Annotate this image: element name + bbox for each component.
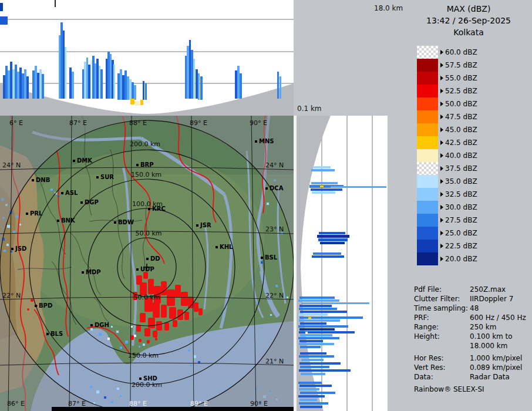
product-datetime: 13:42 / 26-Sep-2025	[405, 15, 532, 26]
legend-entry-label: 42.5 dBZ	[445, 139, 477, 147]
info-row-value: 1.000 km/pixel	[470, 353, 522, 363]
legend-entry-label: 37.5 dBZ	[445, 164, 477, 173]
radar-viewer-window: 18.0 km 0.1 km	[0, 0, 532, 411]
legend-arrow-icon	[440, 153, 443, 158]
side-profile-canvas	[297, 116, 388, 411]
legend-arrow-icon	[440, 218, 443, 223]
product-title: MAX (dBZ)	[405, 3, 532, 15]
info-row-label	[414, 341, 470, 351]
legend-arrow-icon	[440, 179, 443, 184]
info-row-value: 600 Hz / 450 Hz	[470, 313, 526, 322]
legend-entry: 47.5 dBZ	[417, 110, 477, 123]
legend-color-swatch	[417, 97, 438, 110]
legend-color-swatch	[417, 149, 438, 162]
legend-color-swatch	[417, 72, 438, 85]
legend-entry-label: 22.5 dBZ	[445, 242, 477, 250]
info-row: Clutter Filter:IIRDoppler 7	[414, 294, 526, 304]
legend-arrow-icon	[440, 50, 443, 55]
radar-map-canvas	[0, 116, 294, 411]
legend-entry: 50.0 dBZ	[417, 97, 477, 110]
legend-arrow-icon	[440, 127, 443, 132]
radar-map-panel[interactable]: 6° E87° E88° E89° E90° E86° E87° E88° E8…	[0, 116, 294, 411]
info-row-label: Time sampling:	[414, 304, 470, 313]
legend-entry: 60.0 dBZ	[417, 46, 477, 59]
info-row-label: Height:	[414, 332, 470, 341]
profile-min-height-label: 0.1 km	[297, 105, 322, 113]
legend-arrow-icon	[440, 244, 443, 248]
info-row-label: PRF:	[414, 313, 470, 322]
legend-entry-label: 50.0 dBZ	[445, 100, 477, 108]
top-profile-gridlines	[0, 19, 294, 83]
legend-color-swatch	[417, 123, 438, 136]
legend-entry-label: 40.0 dBZ	[445, 151, 477, 160]
legend-color-swatch	[417, 214, 438, 227]
legend-entry-label: 57.5 dBZ	[445, 61, 477, 69]
legend-arrow-icon	[440, 166, 443, 171]
legend-arrow-icon	[440, 76, 443, 80]
radar-station-name: Kolkata	[405, 26, 532, 38]
legend-entry-label: 20.0 dBZ	[445, 255, 477, 263]
info-row: Vert Res:0.089 km/pixel	[414, 363, 526, 372]
legend-entry: 25.0 dBZ	[417, 227, 477, 240]
info-row: Height:0.100 km to	[414, 332, 526, 341]
legend-color-swatch	[417, 252, 438, 265]
legend-entry: 35.0 dBZ	[417, 175, 477, 188]
legend-color-swatch	[417, 85, 438, 97]
info-row: PRF:600 Hz / 450 Hz	[414, 313, 526, 322]
info-row-value: IIRDoppler 7	[470, 294, 513, 304]
map-bottom-bar	[52, 407, 294, 411]
top-profile-echoes	[0, 0, 281, 106]
legend-color-swatch	[417, 240, 438, 252]
info-row: Time sampling:48	[414, 304, 526, 313]
info-row: Range:250 km	[414, 322, 526, 332]
legend-header: MAX (dBZ) 13:42 / 26-Sep-2025 Kolkata	[405, 3, 532, 38]
legend-entry: 42.5 dBZ	[417, 136, 477, 149]
legend-entry: 52.5 dBZ	[417, 85, 477, 97]
legend-entry-label: 32.5 dBZ	[445, 190, 477, 198]
info-row-value: 18.000 km	[470, 341, 507, 351]
info-row-label: Range:	[414, 322, 470, 332]
info-row-value: Radar Data	[470, 372, 510, 382]
legend-arrow-icon	[440, 89, 443, 93]
legend-entry: 55.0 dBZ	[417, 72, 477, 85]
legend-entry-label: 27.5 dBZ	[445, 216, 477, 224]
legend-entry-label: 52.5 dBZ	[445, 87, 477, 95]
info-row-value: 0.089 km/pixel	[470, 363, 522, 372]
legend-entry: 27.5 dBZ	[417, 214, 477, 227]
info-row-value: 250 km	[470, 322, 496, 332]
legend-arrow-icon	[440, 257, 443, 261]
legend-entry: 20.0 dBZ	[417, 252, 477, 265]
legend-entry: 57.5 dBZ	[417, 59, 477, 72]
legend-entry: 37.5 dBZ	[417, 162, 477, 175]
info-row: Hor Res:1.000 km/pixel	[414, 353, 526, 363]
legend-entry-label: 45.0 dBZ	[445, 126, 477, 134]
info-row-label: Clutter Filter:	[414, 294, 470, 304]
legend-arrow-icon	[440, 63, 443, 68]
legend-arrow-icon	[440, 140, 443, 145]
info-row: Pdf File:250Z.max	[414, 285, 526, 294]
legend-color-swatch	[417, 188, 438, 201]
legend-arrow-icon	[440, 205, 443, 210]
legend-entry-label: 55.0 dBZ	[445, 74, 477, 82]
side-profile-panel[interactable]	[297, 116, 388, 411]
legend-entry-label: 60.0 dBZ	[445, 48, 477, 56]
legend-color-swatch	[417, 227, 438, 240]
info-row-value: 250Z.max	[470, 285, 506, 294]
legend-entry: 45.0 dBZ	[417, 123, 477, 136]
legend-arrow-icon	[440, 192, 443, 197]
legend-color-scale: 60.0 dBZ57.5 dBZ55.0 dBZ52.5 dBZ50.0 dBZ…	[417, 46, 477, 265]
legend-arrow-icon	[440, 231, 443, 235]
info-row-value: 0.100 km to	[470, 332, 513, 341]
top-profile-panel[interactable]	[0, 0, 294, 116]
product-info-block: Pdf File:250Z.maxClutter Filter:IIRDoppl…	[414, 285, 526, 393]
legend-entry: 40.0 dBZ	[417, 149, 477, 162]
legend-entry-label: 47.5 dBZ	[445, 113, 477, 121]
legend-color-swatch	[417, 136, 438, 149]
legend-color-swatch	[417, 110, 438, 123]
legend-entry-label: 30.0 dBZ	[445, 203, 477, 211]
info-row-label: Pdf File:	[414, 285, 470, 294]
legend-color-swatch	[417, 162, 438, 175]
software-brand: Rainbow® SELEX-SI	[414, 385, 526, 393]
legend-arrow-icon	[440, 102, 443, 106]
legend-color-swatch	[417, 59, 438, 72]
